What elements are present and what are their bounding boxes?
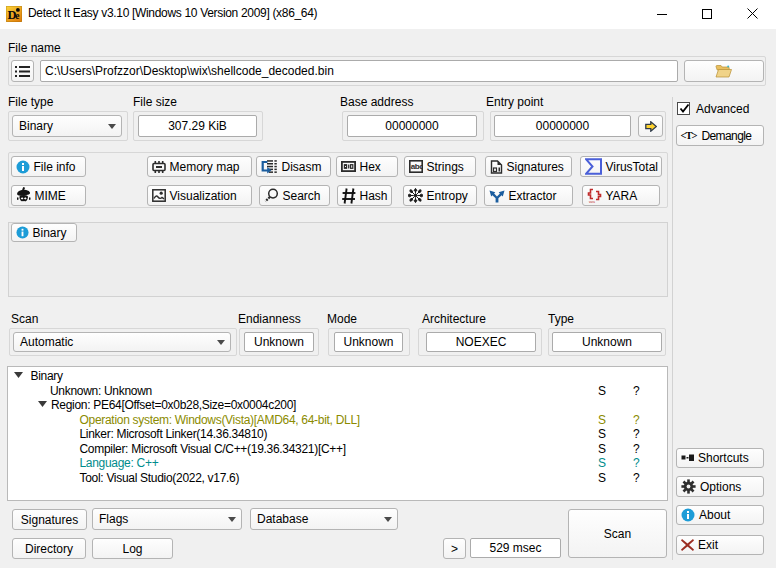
svg-text:abc: abc [410,162,422,171]
svg-text:e: e [15,11,19,21]
svg-text:yara: yara [589,200,595,204]
